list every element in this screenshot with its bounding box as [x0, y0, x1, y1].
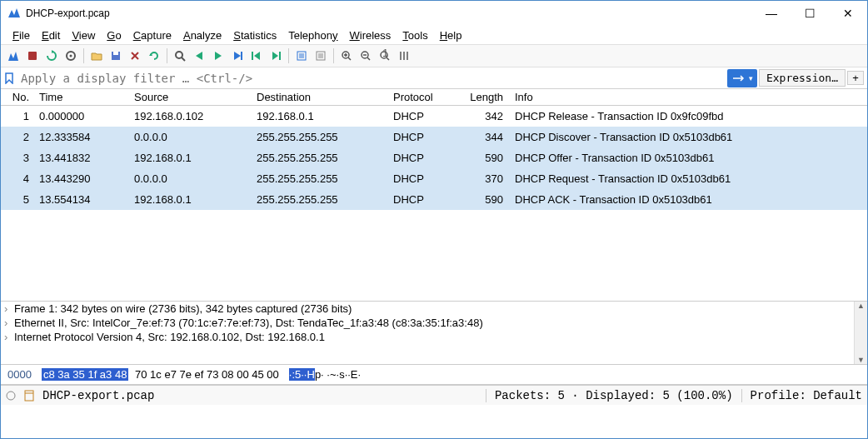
- hex-ascii-selected: ·:5··H: [289, 368, 315, 381]
- col-header-no[interactable]: No.: [1, 90, 34, 104]
- svg-point-15: [7, 392, 15, 400]
- menu-tools[interactable]: Tools: [397, 27, 432, 43]
- minimize-button[interactable]: —: [752, 1, 791, 26]
- zoom-out-icon[interactable]: [357, 47, 375, 65]
- last-icon[interactable]: [267, 47, 285, 65]
- svg-rect-4: [113, 52, 118, 55]
- options-icon[interactable]: [62, 47, 80, 65]
- first-icon[interactable]: [247, 47, 266, 65]
- menu-analyze[interactable]: Analyze: [178, 27, 227, 43]
- goto-icon[interactable]: [228, 47, 247, 65]
- colorize-icon[interactable]: [312, 47, 330, 65]
- svg-point-2: [70, 55, 72, 57]
- details-scrollbar[interactable]: ▲▼: [854, 302, 867, 364]
- packet-list-header[interactable]: No. Time Source Destination Protocol Len…: [1, 89, 867, 106]
- status-packets: Packets: 5 · Displayed: 5 (100.0%): [495, 389, 733, 402]
- titlebar: DHCP-export.pcap — ☐ ✕: [1, 1, 867, 26]
- packet-list-body[interactable]: 10.000000192.168.0.102192.168.0.1DHCP342…: [1, 106, 867, 301]
- menu-wireless[interactable]: Wireless: [345, 27, 397, 43]
- close-button[interactable]: ✕: [829, 1, 867, 26]
- toolbar: 1: [1, 44, 867, 67]
- svg-point-5: [176, 52, 182, 58]
- capture-file-icon[interactable]: [24, 390, 34, 402]
- app-icon: [7, 7, 21, 20]
- packet-list-pane: No. Time Source Destination Protocol Len…: [1, 89, 867, 302]
- open-icon[interactable]: [87, 47, 106, 65]
- col-header-source[interactable]: Source: [129, 90, 252, 104]
- packet-row[interactable]: 513.554134192.168.0.1255.255.255.255DHCP…: [1, 189, 867, 210]
- col-header-destination[interactable]: Destination: [252, 90, 388, 104]
- status-profile[interactable]: Profile: Default: [751, 389, 862, 402]
- packet-details-body[interactable]: ›Frame 1: 342 bytes on wire (2736 bits),…: [1, 302, 854, 364]
- find-icon[interactable]: [171, 47, 189, 65]
- hex-offset: 0000: [7, 368, 32, 381]
- svg-rect-16: [25, 391, 33, 401]
- prev-icon[interactable]: [190, 47, 208, 65]
- statusbar: DHCP-export.pcap Packets: 5 · Displayed:…: [1, 385, 867, 405]
- restart-icon[interactable]: [42, 47, 61, 65]
- svg-rect-8: [279, 52, 281, 60]
- packet-row[interactable]: 212.3335840.0.0.0255.255.255.255DHCP344D…: [1, 127, 867, 147]
- menubar: FileEditViewGoCaptureAnalyzeStatisticsTe…: [1, 26, 867, 44]
- packet-row[interactable]: 313.441832192.168.0.1255.255.255.255DHCP…: [1, 147, 867, 168]
- add-filter-button[interactable]: +: [847, 71, 864, 85]
- stop-icon[interactable]: [23, 47, 42, 65]
- auto-scroll-icon[interactable]: [292, 47, 311, 65]
- svg-rect-6: [241, 52, 242, 60]
- svg-rect-7: [252, 52, 253, 60]
- zoom-in-icon[interactable]: [337, 47, 356, 65]
- col-header-length[interactable]: Length: [456, 90, 510, 104]
- menu-capture[interactable]: Capture: [128, 27, 177, 43]
- filter-bar: ▾ Expression… +: [1, 67, 867, 89]
- svg-text:1: 1: [382, 49, 388, 59]
- shark-icon[interactable]: [4, 47, 22, 65]
- packet-row[interactable]: 413.4432900.0.0.0255.255.255.255DHCP370D…: [1, 168, 867, 189]
- detail-line[interactable]: ›Frame 1: 342 bytes on wire (2736 bits),…: [1, 302, 854, 316]
- detail-line[interactable]: ›Internet Protocol Version 4, Src: 192.1…: [1, 330, 854, 344]
- window-title: DHCP-export.pcap: [26, 7, 752, 19]
- expression-button[interactable]: Expression…: [759, 69, 846, 87]
- hex-bytes: 70 1c e7 7e ef 73 08 00 45 00: [135, 368, 279, 381]
- hex-selected-bytes: c8 3a 35 1f a3 48: [42, 368, 128, 381]
- status-file: DHCP-export.pcap: [42, 389, 477, 402]
- bookmark-icon[interactable]: [1, 72, 17, 84]
- packet-bytes-pane[interactable]: 0000 c8 3a 35 1f a3 48 70 1c e7 7e ef 73…: [1, 365, 867, 385]
- resize-cols-icon[interactable]: [395, 47, 413, 65]
- menu-edit[interactable]: Edit: [37, 27, 65, 43]
- reload-icon[interactable]: [145, 47, 163, 65]
- display-filter-input[interactable]: [17, 70, 727, 87]
- packet-details-pane: ›Frame 1: 342 bytes on wire (2736 bits),…: [1, 302, 867, 365]
- close-icon[interactable]: [126, 47, 144, 65]
- menu-telephony[interactable]: Telephony: [283, 27, 342, 43]
- menu-go[interactable]: Go: [102, 27, 126, 43]
- col-header-time[interactable]: Time: [34, 90, 129, 104]
- maximize-button[interactable]: ☐: [791, 1, 829, 26]
- apply-filter-button[interactable]: ▾: [727, 69, 757, 87]
- menu-statistics[interactable]: Statistics: [228, 27, 282, 43]
- col-header-protocol[interactable]: Protocol: [388, 90, 456, 104]
- menu-view[interactable]: View: [67, 27, 100, 43]
- svg-rect-0: [28, 52, 37, 60]
- menu-help[interactable]: Help: [435, 27, 467, 43]
- packet-row[interactable]: 10.000000192.168.0.102192.168.0.1DHCP342…: [1, 106, 867, 127]
- next-icon[interactable]: [209, 47, 227, 65]
- menu-file[interactable]: File: [7, 27, 35, 43]
- save-icon[interactable]: [107, 47, 125, 65]
- col-header-info[interactable]: Info: [510, 90, 867, 104]
- zoom-reset-icon[interactable]: 1: [376, 47, 394, 65]
- expert-info-icon[interactable]: [6, 391, 16, 401]
- detail-line[interactable]: ›Ethernet II, Src: IntelCor_7e:ef:73 (70…: [1, 316, 854, 330]
- hex-ascii: p· ·~·s··E·: [315, 368, 361, 381]
